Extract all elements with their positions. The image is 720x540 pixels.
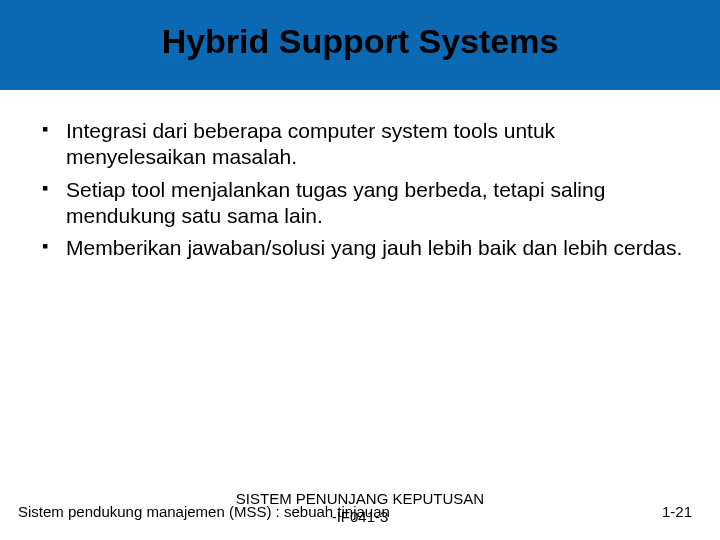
slide-body: Integrasi dari beberapa computer system … <box>38 118 686 267</box>
slide-title: Hybrid Support Systems <box>0 22 720 61</box>
slide: Hybrid Support Systems Integrasi dari be… <box>0 0 720 540</box>
page-number: 1-21 <box>662 503 692 520</box>
footer-center-line2: -IF041-3 <box>0 508 720 526</box>
list-item: Memberikan jawaban/solusi yang jauh lebi… <box>38 235 686 261</box>
list-item: Integrasi dari beberapa computer system … <box>38 118 686 171</box>
bullet-list: Integrasi dari beberapa computer system … <box>38 118 686 261</box>
list-item: Setiap tool menjalankan tugas yang berbe… <box>38 177 686 230</box>
footer-center-line1: SISTEM PENUNJANG KEPUTUSAN <box>0 490 720 508</box>
footer-center: SISTEM PENUNJANG KEPUTUSAN -IF041-3 <box>0 490 720 526</box>
